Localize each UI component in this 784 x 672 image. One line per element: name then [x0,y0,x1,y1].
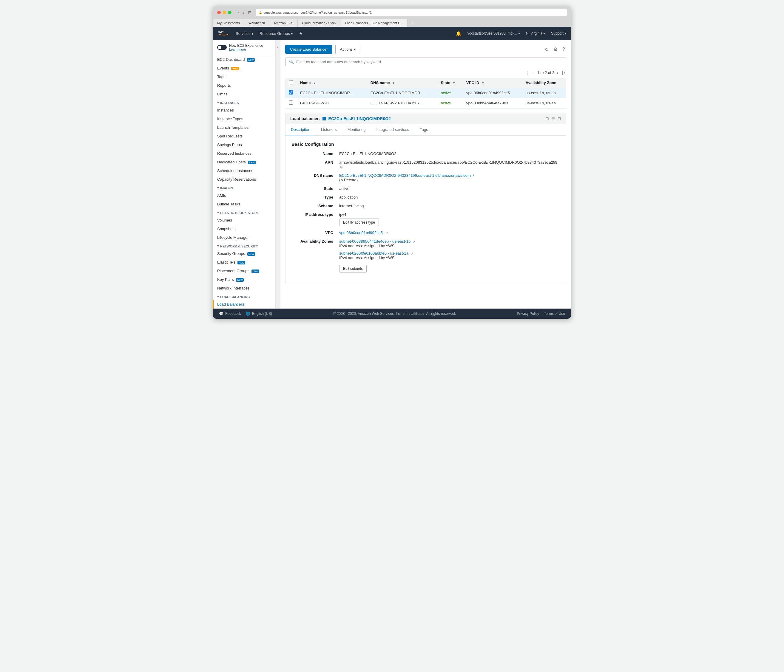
search-input[interactable] [296,60,562,64]
sidebar-item-reserved-instances[interactable]: Reserved Instances [213,149,275,158]
table-row[interactable]: EC2Co-EcsEl-1INQOCIMDR... EC2Co-EcsEl-1I… [285,88,566,98]
last-page-button[interactable]: |⟩ [561,69,566,76]
sidebar-item-key-pairs[interactable]: Key Pairs New [213,275,275,284]
tab-workbench[interactable]: Workbench [244,19,269,27]
user-menu[interactable]: vocstartsoft/user681983=mck... ▾ [467,31,520,36]
tab-description[interactable]: Description [286,124,316,135]
sidebar-toggle-button[interactable]: ⊟ [247,9,253,16]
tab-cloudformation[interactable]: CloudFormation - Stack [298,19,341,27]
col-state[interactable]: State ▼ [437,78,463,88]
subnet1-link[interactable]: subnet-00638656441de4deb - us-east-1b [339,239,412,244]
close-button[interactable] [217,11,221,14]
vpc-link[interactable]: vpc-06b0cad01b4992ce5 [339,230,384,235]
experience-toggle-switch[interactable] [217,45,227,50]
resource-groups-nav[interactable]: Resource Groups ▾ [260,31,293,36]
images-collapse-icon[interactable]: ▾ [217,186,219,190]
tab-tags[interactable]: Tags [414,124,433,135]
maximize-button[interactable] [228,11,232,14]
list-view-icon[interactable]: ☰ [551,116,555,121]
sidebar-item-bundle-tasks[interactable]: Bundle Tasks [213,200,275,208]
services-nav[interactable]: Services ▾ [236,31,254,36]
sidebar-item-tags[interactable]: Tags [213,73,275,81]
new-tab-button[interactable]: + [408,19,417,27]
learn-more-link[interactable]: Learn more [229,48,263,51]
sidebar-item-amis[interactable]: AMIs [213,191,275,200]
sidebar-item-snapshots[interactable]: Snapshots [213,225,275,233]
forward-button[interactable]: › [242,9,246,16]
tab-classrooms[interactable]: My Classrooms [213,19,244,27]
tab-ecs[interactable]: Amazon ECS [269,19,298,27]
sidebar-collapse-button[interactable]: ‹ [276,40,280,309]
col-dns[interactable]: DNS name ▼ [367,78,437,88]
col-name[interactable]: Name ▲ [297,78,367,88]
sidebar-item-dedicated-hosts[interactable]: Dedicated Hosts New [213,158,275,166]
first-page-button[interactable]: ⟨| [525,69,531,76]
support-chevron-icon: ▾ [565,31,566,36]
sidebar-item-reports[interactable]: Reports [213,81,275,90]
network-collapse-icon[interactable]: ▾ [217,244,219,248]
tab-listeners[interactable]: Listeners [316,124,342,135]
minimize-button[interactable] [222,11,226,14]
sidebar-item-savings-plans[interactable]: Savings Plans [213,140,275,149]
sidebar-item-launch-templates[interactable]: Launch Templates [213,123,275,132]
tab-monitoring[interactable]: Monitoring [342,124,371,135]
sidebar-item-events[interactable]: Events New [213,64,275,73]
sidebar-item-limits[interactable]: Limits [213,90,275,98]
sidebar-item-scheduled-instances[interactable]: Scheduled Instances [213,166,275,175]
dns-link[interactable]: EC2Co-EcsEl-1INQOCIMDR0O2-943234196.us-e… [339,173,471,178]
arn-copy-icon[interactable]: ⎘ [341,165,342,169]
sidebar-item-elastic-ips[interactable]: Elastic IPs New [213,258,275,267]
refresh-button[interactable]: ↻ [544,45,550,53]
bell-icon[interactable]: 🔔 [456,31,462,36]
sidebar-item-placement-groups[interactable]: Placement Groups New [213,267,275,275]
sidebar-item-network-interfaces[interactable]: Network Interfaces [213,284,275,292]
resize-divider[interactable] [285,108,566,109]
privacy-policy-link[interactable]: Privacy Policy [517,312,539,316]
prev-page-button[interactable]: ‹ [532,70,536,76]
sidebar-item-capacity-reservations[interactable]: Capacity Reservations [213,175,275,184]
subnet2-external-link-icon[interactable]: ↗ [411,251,414,255]
subnet1-row: subnet-00638656441de4deb - us-east-1b ↗ … [339,239,560,248]
tab-integrated-services[interactable]: Integrated services [371,124,414,135]
help-button[interactable]: ? [561,45,566,53]
edit-ip-address-type-button[interactable]: Edit IP address type [339,219,379,226]
row2-checkbox[interactable] [289,101,293,105]
sidebar-item-lifecycle-manager[interactable]: Lifecycle Manager [213,233,275,242]
edit-subnets-button[interactable]: Edit subnets [339,265,367,273]
sidebar-item-security-groups[interactable]: Security Groups New [213,249,275,258]
dns-copy-icon[interactable]: ⎘ [473,174,475,177]
row1-checkbox[interactable] [289,90,293,95]
sidebar-item-instance-types[interactable]: Instance Types [213,115,275,123]
subnet1-external-link-icon[interactable]: ↗ [413,240,415,243]
table-row[interactable]: GIFTR-API-W20 GIFTR-API-W20-130043587...… [285,98,566,108]
sidebar-item-spot-requests[interactable]: Spot Requests [213,132,275,140]
terms-of-use-link[interactable]: Terms of Use [544,312,565,316]
sidebar-item-volumes[interactable]: Volumes [213,216,275,225]
reload-button[interactable]: ↻ [369,10,373,15]
address-bar[interactable]: 🔒 console.aws.amazon.com/ec2/v2/home?reg… [256,9,567,16]
language-selector[interactable]: 🌐 English (US) [246,312,272,316]
settings-button[interactable]: ⚙ [552,45,559,53]
actions-button[interactable]: Actions ▾ [335,45,360,54]
subnet2-link[interactable]: subnet-0260f0e6100abbfe0 - us-east-1a [339,251,410,256]
instances-collapse-icon[interactable]: ▾ [217,101,219,105]
expand-icon[interactable]: ⊡ [558,116,561,121]
sidebar-item-load-balancers[interactable]: Load Balancers [213,300,275,309]
vpc-external-link-icon[interactable]: ↗ [385,231,388,234]
region-menu[interactable]: N. Virginia ▾ [526,31,545,36]
bookmark-icon[interactable]: ★ [299,31,302,36]
lb-collapse-icon[interactable]: ▾ [217,295,219,299]
sidebar-item-dashboard[interactable]: EC2 Dashboard New [213,55,275,64]
grid-view-icon[interactable]: ⊞ [545,116,549,121]
col-vpc[interactable]: VPC ID ▼ [463,78,522,88]
feedback-button[interactable]: 💬 Feedback [219,312,241,316]
tab-loadbalancers[interactable]: Load Balancers | EC2 Management C... [341,19,408,27]
back-button[interactable]: ‹ [237,9,241,16]
ebs-collapse-icon[interactable]: ▾ [217,211,219,215]
select-all-checkbox[interactable] [289,80,293,84]
next-page-button[interactable]: › [556,70,560,76]
sidebar-item-instances[interactable]: Instances [213,106,275,115]
support-menu[interactable]: Support ▾ [551,31,566,36]
create-load-balancer-button[interactable]: Create Load Balancer [285,45,332,54]
col-az[interactable]: Availability Zone [522,78,566,88]
